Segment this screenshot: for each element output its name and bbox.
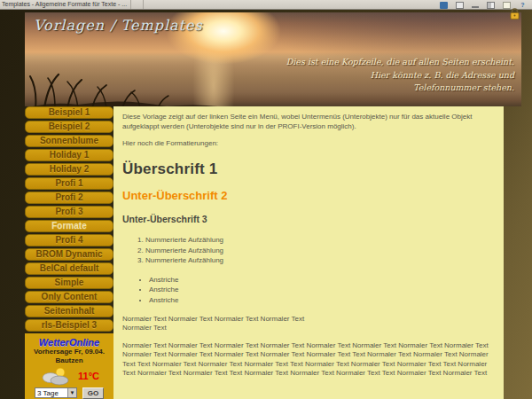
- wetteronline-logo[interactable]: WetterOnline: [25, 337, 113, 348]
- sidebar-item-belcal-default[interactable]: BelCal default: [25, 262, 113, 275]
- normal-text-short: Normaler Text Normaler Text Normaler Tex…: [122, 315, 495, 333]
- sidebar-item-simple[interactable]: Simple: [25, 277, 113, 289]
- weather-city: Bautzen: [25, 356, 113, 365]
- bullet-list: Anstriche Anstriche Anstriche: [149, 275, 495, 306]
- sidebar-item-beispiel-1[interactable]: Beispiel 1: [25, 106, 113, 119]
- browser-tab[interactable]: Templates - Allgemeine Formate für Texte…: [0, 0, 131, 9]
- chevron-down-icon: ▼: [67, 388, 76, 397]
- numbered-list-item: Nummerierte Aufzählung: [145, 235, 495, 246]
- dune-grass-silhouette: [25, 67, 229, 106]
- sidebar-item-brom-dynamic[interactable]: BROM Dynamic: [25, 248, 113, 261]
- sidebar-item-profi-4[interactable]: Profi 4: [25, 234, 113, 246]
- heading-1: Überschrift 1: [122, 160, 495, 179]
- sidebar-item-profi-2[interactable]: Profi 2: [25, 192, 113, 204]
- partly-cloudy-icon: [39, 366, 71, 386]
- bullet-list-item: Anstriche: [149, 295, 495, 306]
- forecast-range-value: 3 Tage: [35, 388, 67, 397]
- heading-2: Unter-Überschrift 2: [122, 188, 495, 203]
- restore-icon[interactable]: [487, 2, 495, 9]
- sidebar-item-holiday-1[interactable]: Holiday 1: [25, 149, 113, 161]
- normal-text-long: Normaler Text Normaler Text Normaler Tex…: [122, 341, 495, 379]
- numbered-list-item: Nummerierte Aufzählung: [145, 246, 495, 256]
- heading-3: Unter-Überschrift 3: [122, 214, 495, 226]
- sidebar-item-formate[interactable]: Formate: [25, 220, 113, 232]
- numbered-list-item: Nummerierte Aufzählung: [145, 255, 495, 266]
- bullet-list-item: Anstriche: [149, 285, 495, 295]
- sidebar-item-seiteninhalt[interactable]: Seiteninhalt: [25, 305, 113, 317]
- sidebar-item-profi-1[interactable]: Profi 1: [25, 177, 113, 190]
- minimize-icon[interactable]: [472, 3, 479, 8]
- bookmark-icon[interactable]: [440, 2, 448, 9]
- temperature-value: 11°C: [78, 371, 99, 381]
- browser-tab-stub[interactable]: [131, 0, 144, 9]
- forecast-range-select[interactable]: 3 Tage ▼: [35, 387, 77, 398]
- padlock-icon: [509, 8, 520, 20]
- intro-paragraph: Diese Vorlage zeigt auf der linken Seite…: [122, 113, 495, 131]
- sidebar-item-sonnenblume[interactable]: Sonnenblume: [25, 135, 113, 147]
- sidebar-item-holiday-2[interactable]: Holiday 2: [25, 163, 113, 176]
- numbered-list: Nummerierte Aufzählung Nummerierte Aufzä…: [145, 235, 495, 266]
- weather-forecast-line: Vorhersage Fr, 09.04.: [25, 348, 113, 356]
- site-container: Vorlagen / Templates Dies ist eine Kopfz…: [25, 12, 521, 399]
- sidebar-item-rls-beispiel-3[interactable]: rls-Beispiel 3: [25, 319, 113, 332]
- site-title: Vorlagen / Templates: [34, 17, 203, 34]
- bullet-list-item: Anstriche: [149, 275, 495, 286]
- sidebar-item-only-content[interactable]: Only Content: [25, 291, 113, 303]
- header-tagline: Dies ist eine Kopfzeile, die auf allen S…: [286, 56, 514, 95]
- sidebar-item-beispiel-2[interactable]: Beispiel 2: [25, 121, 113, 133]
- weather-go-button[interactable]: GO: [82, 387, 104, 399]
- sidebar-menu: Beispiel 1 Beispiel 2 Sonnenblume Holida…: [25, 106, 113, 399]
- formats-label: Hier noch die Formatierungen:: [122, 139, 495, 149]
- weather-widget: WetterOnline Vorhersage Fr, 09.04. Bautz…: [25, 333, 113, 399]
- header-image: Vorlagen / Templates Dies ist eine Kopfz…: [25, 12, 521, 106]
- main-content: Diese Vorlage zeigt auf der linken Seite…: [113, 106, 504, 399]
- page-background: Vorlagen / Templates Dies ist eine Kopfz…: [0, 10, 532, 399]
- sidebar-item-profi-3[interactable]: Profi 3: [25, 206, 113, 218]
- browser-tab-bar: Templates - Allgemeine Formate für Texte…: [0, 0, 532, 10]
- window-icon[interactable]: [456, 2, 464, 9]
